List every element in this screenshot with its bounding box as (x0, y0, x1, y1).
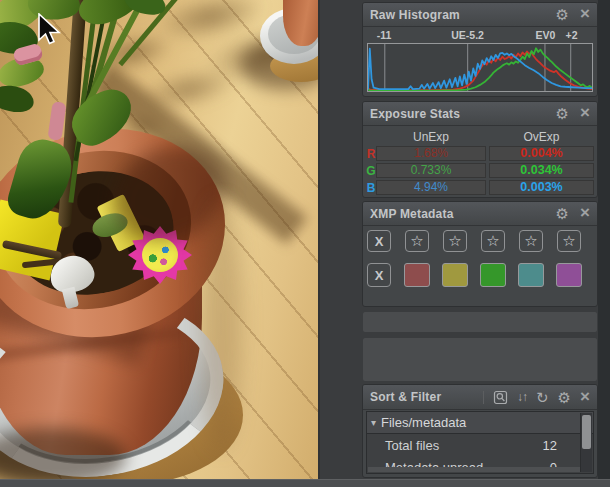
gear-icon[interactable]: ⚙ (556, 7, 569, 22)
divider (483, 391, 484, 404)
close-icon[interactable]: × (580, 388, 590, 405)
panel-header[interactable]: Raw Histogram ⚙ × (363, 3, 597, 27)
star-icon: ☆ (448, 233, 461, 248)
color-label-yellow-button[interactable] (442, 263, 468, 287)
collapsed-section (362, 311, 598, 333)
tree-group-label: Files/metadata (381, 415, 466, 430)
histogram-chart (368, 44, 592, 91)
ovexp-value: 0.004% (489, 146, 594, 161)
ovexp-value: 0.003% (489, 180, 594, 195)
collapsed-section (362, 337, 598, 382)
panel-raw-histogram: Raw Histogram ⚙ × -11UE-5.2EV0+2 (362, 2, 598, 97)
rating-star-2-button[interactable]: ☆ (443, 230, 467, 252)
star-icon: ☆ (524, 233, 537, 248)
clear-color-label-button[interactable]: X (367, 263, 391, 287)
sort-icon[interactable]: ↓↑ (517, 390, 527, 404)
unexp-value: 0.733% (376, 163, 486, 178)
unexp-value: 4.94% (376, 180, 486, 195)
horizontal-scrollbar[interactable] (368, 467, 580, 472)
clear-rating-button[interactable]: X (367, 230, 391, 252)
panel-title: Sort & Filter (370, 390, 441, 404)
panel-exposure-stats: Exposure Stats ⚙ × UnExp OvExp R 1.68% 0… (362, 101, 598, 198)
pinwheel-center (142, 238, 178, 272)
color-label-purple-button[interactable] (556, 263, 582, 287)
channel-label: B (366, 181, 376, 195)
histogram-axis-label: EV0 (536, 29, 556, 41)
histogram-axis-labels: -11UE-5.2EV0+2 (367, 29, 593, 41)
ovexp-value: 0.034% (489, 163, 594, 178)
rating-star-1-button[interactable]: ☆ (405, 230, 429, 252)
scrollbar-thumb[interactable] (582, 415, 591, 449)
exposure-row-green: G 0.733% 0.034% (363, 163, 597, 178)
filter-tree: ▾ Files/metadata Total files 12 Metadata… (366, 411, 594, 474)
tree-item-total-files[interactable]: Total files 12 (367, 434, 593, 456)
file-search-icon[interactable] (493, 390, 508, 405)
clear-rating-label: X (375, 234, 384, 249)
histogram-axis-label: -11 (377, 29, 392, 41)
close-icon[interactable]: × (580, 5, 590, 22)
status-bar (0, 479, 610, 487)
star-icon: ☆ (410, 233, 423, 248)
refresh-icon[interactable]: ↻ (536, 390, 549, 405)
unexp-value: 1.68% (376, 146, 486, 161)
panel-sort-filter: Sort & Filter ↓↑ ↻ ⚙ × ▾ Files/metadata … (362, 384, 598, 478)
color-label-blue-button[interactable] (518, 263, 544, 287)
collapse-triangle-icon[interactable]: ▾ (371, 417, 376, 428)
star-icon: ☆ (486, 233, 499, 248)
color-label-green-button[interactable] (480, 263, 506, 287)
gear-icon[interactable]: ⚙ (556, 206, 569, 221)
vertical-scrollbar[interactable] (580, 413, 592, 472)
dock-right-edge (598, 0, 610, 479)
photo-viewport[interactable] (0, 0, 318, 479)
item-label: Total files (385, 438, 543, 453)
gear-icon[interactable]: ⚙ (558, 390, 571, 405)
channel-label: R (366, 147, 376, 161)
panel-title: Exposure Stats (370, 107, 460, 121)
close-icon[interactable]: × (580, 104, 590, 121)
panel-title: Raw Histogram (370, 8, 460, 22)
mouse-cursor (38, 13, 62, 47)
color-label-red-button[interactable] (404, 263, 430, 287)
column-header-ovexp: OvExp (489, 130, 594, 144)
clear-color-label: X (375, 268, 384, 283)
histogram-plot (367, 43, 593, 92)
star-icon: ☆ (562, 233, 575, 248)
panel-header[interactable]: XMP Metadata ⚙ × (363, 202, 597, 226)
column-header-unexp: UnExp (376, 130, 486, 144)
rating-star-4-button[interactable]: ☆ (519, 230, 543, 252)
panel-title: XMP Metadata (370, 207, 454, 221)
gear-icon[interactable]: ⚙ (556, 106, 569, 121)
histogram-axis-label: +2 (566, 29, 578, 41)
panel-xmp-metadata: XMP Metadata ⚙ × X ☆ ☆ ☆ ☆ ☆ X (362, 201, 598, 307)
panel-header[interactable]: Sort & Filter ↓↑ ↻ ⚙ × (363, 385, 597, 410)
histogram-axis-label: UE-5.2 (451, 29, 484, 41)
tree-group-files-metadata[interactable]: ▾ Files/metadata (367, 412, 593, 434)
item-value: 12 (543, 438, 557, 453)
exposure-row-blue: B 4.94% 0.003% (363, 180, 597, 195)
rating-star-3-button[interactable]: ☆ (481, 230, 505, 252)
close-icon[interactable]: × (580, 204, 590, 221)
channel-label: G (366, 164, 376, 178)
rating-star-5-button[interactable]: ☆ (557, 230, 581, 252)
panel-header[interactable]: Exposure Stats ⚙ × (363, 102, 597, 126)
floor-soft-shadow-right (200, 200, 242, 450)
exposure-row-red: R 1.68% 0.004% (363, 146, 597, 161)
